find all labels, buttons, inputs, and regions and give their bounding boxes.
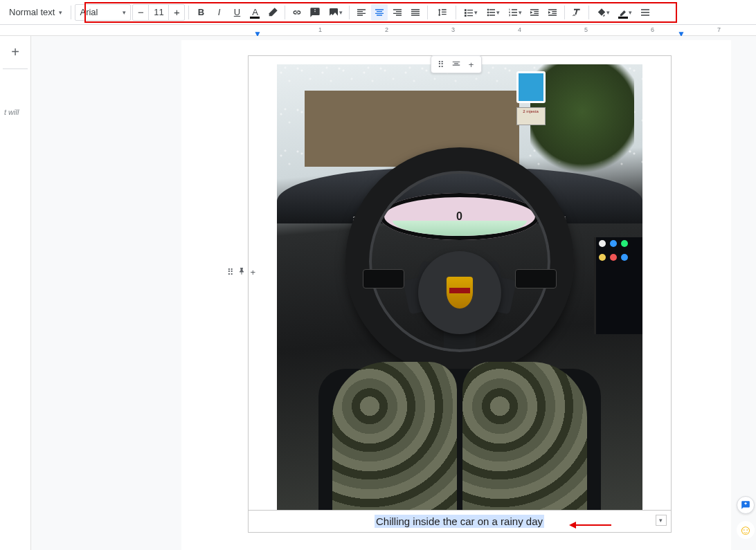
separator: [188, 6, 189, 19]
pin-icon[interactable]: [238, 267, 246, 277]
decrease-indent-button[interactable]: [526, 4, 543, 21]
separator: [427, 6, 428, 19]
infotainment-screen: [594, 237, 642, 334]
chevron-down-icon: ▾: [59, 9, 62, 16]
separator: [349, 6, 350, 19]
ruler-tick: 7: [717, 26, 721, 33]
underline-button[interactable]: U: [228, 4, 245, 21]
font-family-select[interactable]: Arial ▾: [75, 4, 131, 21]
separator: [588, 6, 589, 19]
add-outline-button[interactable]: +: [3, 42, 28, 63]
font-size-increase[interactable]: +: [169, 5, 184, 20]
font-size-value[interactable]: 11: [148, 5, 169, 20]
align-right-button[interactable]: [389, 4, 406, 21]
add-item-icon[interactable]: +: [465, 58, 478, 71]
separator: [456, 6, 456, 19]
border-options-button[interactable]: [637, 4, 654, 21]
emoji-reaction-button[interactable]: ☺: [737, 521, 755, 539]
clear-formatting-button[interactable]: [568, 4, 585, 21]
font-family-label: Arial: [80, 7, 98, 17]
ruler-tick: 4: [518, 26, 521, 33]
ruler-tick: 6: [651, 26, 654, 33]
ruler-tick: 1: [318, 26, 322, 33]
horizontal-ruler[interactable]: ▼ 1 2 3 4 5 6 ▼ 7: [0, 25, 756, 36]
photo-tree: [530, 64, 634, 182]
ruler-tick: 2: [385, 26, 388, 33]
caption-options-button[interactable]: ▾: [656, 515, 667, 526]
border-color-button[interactable]: ▾: [615, 4, 636, 21]
align-justify-button[interactable]: [407, 4, 424, 21]
document-canvas[interactable]: ⠿ + ⠿ + 2 mjesta: [31, 36, 756, 550]
outline-hint-text: t will: [3, 75, 28, 116]
insert-image-button[interactable]: ▾: [325, 4, 345, 21]
drag-handle-icon[interactable]: ⠿: [435, 58, 447, 71]
workspace: + t will ⠿ + ⠿ +: [0, 36, 756, 550]
outline-panel: + t will: [0, 36, 31, 550]
increase-indent-button[interactable]: [544, 4, 561, 21]
checklist-button[interactable]: ▾: [460, 4, 480, 21]
image-options-toolbar: ⠿ +: [431, 55, 482, 73]
document-page: ⠿ + ⠿ + 2 mjesta: [181, 40, 731, 550]
annotation-red-arrow: [573, 524, 611, 526]
image-align-icon[interactable]: [450, 58, 462, 71]
drag-handle-icon[interactable]: ⠿: [227, 267, 234, 277]
paint-bucket-button[interactable]: ▾: [593, 4, 613, 21]
separator: [564, 6, 565, 19]
font-size-stepper: − 11 +: [132, 4, 185, 21]
steering-wheel-hub: [418, 251, 501, 334]
photo-leg-right: [462, 362, 587, 510]
text-color-button[interactable]: A: [246, 4, 263, 21]
paragraph-style-label: Normal text: [9, 7, 55, 17]
photo-small-sign: 2 mjesta: [516, 107, 546, 125]
bulleted-list-button[interactable]: ▾: [482, 4, 503, 21]
wheel-buttons-right: [515, 269, 557, 288]
insert-comment-button[interactable]: [307, 4, 323, 21]
align-left-button[interactable]: [353, 4, 370, 21]
ruler-tick: 5: [584, 26, 588, 33]
embedded-photo[interactable]: 2 mjesta 0 24.5 11:25: [277, 64, 642, 510]
separator: [285, 6, 285, 19]
line-spacing-button[interactable]: [431, 4, 452, 21]
floating-side-buttons: ☺: [737, 496, 756, 539]
align-center-button[interactable]: [371, 4, 388, 21]
divider: [3, 68, 28, 69]
numbered-list-button[interactable]: ▾: [504, 4, 525, 21]
formatting-toolbar: Normal text ▾ Arial ▾ − 11 + B I U A ▾ ▾…: [0, 0, 756, 25]
bold-button[interactable]: B: [192, 4, 209, 21]
ruler-tick: 3: [451, 26, 455, 33]
porsche-crest-icon: [445, 275, 474, 310]
wheel-buttons-left: [363, 269, 404, 288]
image-figure[interactable]: 2 mjesta 0 24.5 11:25: [248, 55, 672, 533]
italic-button[interactable]: I: [210, 4, 227, 21]
photo-parking-sign: [516, 71, 546, 103]
caption-row: Chilling inside the car on a rainy day ▾: [249, 510, 671, 532]
chevron-down-icon: ▾: [339, 9, 343, 16]
insert-link-button[interactable]: [289, 4, 305, 21]
paragraph-style-select[interactable]: Normal text ▾: [4, 4, 67, 21]
add-comment-floating-button[interactable]: [737, 496, 755, 514]
chevron-down-icon: ▾: [123, 9, 126, 16]
highlight-color-button[interactable]: [264, 4, 281, 21]
separator: [71, 6, 71, 19]
photo-leg-left: [332, 362, 457, 510]
image-caption-text[interactable]: Chilling inside the car on a rainy day: [375, 515, 544, 528]
font-size-decrease[interactable]: −: [133, 5, 148, 20]
